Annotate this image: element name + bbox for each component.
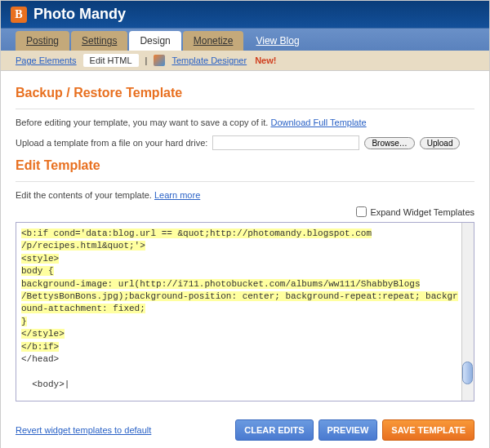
subnav: Page Elements Edit HTML | Template Desig… (1, 51, 489, 71)
subnav-template-designer[interactable]: Template Designer (172, 55, 247, 65)
scrollbar-thumb[interactable] (462, 362, 473, 384)
revert-templates-link[interactable]: Revert widget templates to default (16, 425, 151, 435)
subnav-edit-html[interactable]: Edit HTML (83, 54, 139, 67)
browse-button[interactable]: Browse… (364, 137, 414, 149)
section-backup-title: Backup / Restore Template (16, 86, 474, 100)
clear-edits-button[interactable]: CLEAR EDITS (235, 419, 313, 441)
tab-settings[interactable]: Settings (71, 31, 127, 51)
main-tabs: Posting Settings Design Monetize View Bl… (1, 28, 489, 51)
backup-description: Before editing your template, you may wa… (16, 118, 474, 127)
divider (16, 109, 474, 109)
template-designer-icon (154, 55, 165, 66)
learn-more-link[interactable]: Learn more (154, 190, 200, 200)
expand-widget-checkbox[interactable] (356, 206, 367, 217)
save-template-button[interactable]: SAVE TEMPLATE (382, 419, 474, 441)
tab-view-blog[interactable]: View Blog (245, 31, 310, 51)
tab-design[interactable]: Design (129, 31, 180, 51)
tab-monetize[interactable]: Monetize (183, 31, 244, 51)
expand-widget-label: Expand Widget Templates (370, 207, 474, 217)
download-full-template-link[interactable]: Download Full Template (270, 118, 366, 127)
upload-button[interactable]: Upload (420, 137, 461, 149)
upload-label: Upload a template from a file on your ha… (16, 138, 207, 148)
subnav-page-elements[interactable]: Page Elements (16, 55, 77, 65)
section-edit-title: Edit Template (16, 158, 474, 173)
preview-button[interactable]: PREVIEW (318, 419, 378, 441)
divider (16, 181, 474, 182)
edit-description: Edit the contents of your template. Lear… (16, 190, 474, 200)
blogger-logo-icon: B (11, 7, 27, 23)
blog-title: Photo Mandy (33, 6, 126, 23)
template-code-editor[interactable]: <b:if cond='data:blog.url == &quot;http:… (16, 222, 474, 401)
divider: | (145, 55, 148, 65)
code-highlighted: <b:if cond='data:blog.url == &quot;http:… (21, 228, 458, 352)
new-badge: New! (255, 55, 276, 65)
upload-file-input[interactable] (212, 135, 359, 150)
header: B Photo Mandy Posting Settings Design Mo… (1, 1, 489, 51)
tab-posting[interactable]: Posting (16, 31, 69, 51)
code-rest: </head> <body>| <div id='preview_div' st… (21, 354, 458, 401)
